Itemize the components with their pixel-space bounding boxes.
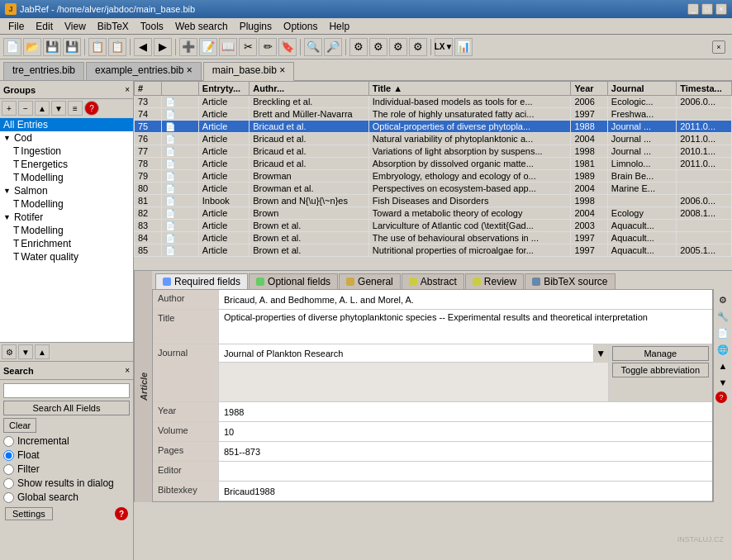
mark-button[interactable]: 🔖 bbox=[278, 38, 297, 56]
paste-button[interactable]: 📋 bbox=[108, 38, 126, 56]
tab-optional-fields[interactable]: Optional fields bbox=[249, 273, 338, 289]
journal-dropdown-button[interactable]: ▼ bbox=[593, 344, 608, 363]
menu-edit[interactable]: Edit bbox=[31, 20, 58, 33]
table-row[interactable]: 75 📄 Article Bricaud et al. Optical-prop… bbox=[135, 121, 732, 133]
group-salmon-modelling[interactable]: T Modelling bbox=[0, 197, 133, 211]
groups-settings-button[interactable]: ⚙ bbox=[2, 344, 17, 359]
group-cod-ingestion[interactable]: T Ingestion bbox=[0, 145, 133, 158]
table-row[interactable]: 76 📄 Article Bricaud et al. Natural vari… bbox=[135, 133, 732, 145]
search-global-radio[interactable] bbox=[3, 492, 14, 503]
table-row[interactable]: 82 📄 Article Brown Toward a metabolic th… bbox=[135, 207, 732, 220]
groups-help-button[interactable]: ? bbox=[84, 101, 99, 116]
delete-button[interactable]: ✂ bbox=[239, 38, 257, 56]
table-row[interactable]: 83 📄 Article Brown et al. Larviculture o… bbox=[135, 220, 732, 232]
menu-bibtex[interactable]: BibTeX bbox=[93, 20, 134, 33]
group-rotifer[interactable]: ▼Rotifer bbox=[0, 211, 133, 224]
menu-file[interactable]: File bbox=[3, 20, 29, 33]
group-rotifer-modelling[interactable]: T Modelling bbox=[0, 224, 133, 237]
tab-example-entries[interactable]: example_entries.bib × bbox=[86, 62, 202, 80]
side-icon-1[interactable]: ⚙ bbox=[715, 292, 730, 307]
search-help-icon[interactable]: ? bbox=[115, 507, 128, 520]
pref1-button[interactable]: ⚙ bbox=[349, 38, 368, 56]
new-button[interactable]: 📄 bbox=[3, 38, 21, 56]
add-book-button[interactable]: 📖 bbox=[219, 38, 237, 56]
table-row[interactable]: 74 📄 Article Brett and Müller-Navarra Th… bbox=[135, 108, 732, 121]
tab-required-fields[interactable]: Required fields bbox=[155, 273, 248, 289]
side-icon-up[interactable]: ▲ bbox=[715, 358, 730, 373]
search-incremental-radio[interactable] bbox=[3, 436, 14, 447]
col-header-year[interactable]: Year bbox=[571, 82, 607, 96]
col-header-num[interactable]: # bbox=[135, 82, 162, 96]
group-cod[interactable]: ▼Cod bbox=[0, 131, 133, 145]
latex-button[interactable]: LX▼ bbox=[435, 38, 453, 56]
groups-expand-button[interactable]: ▲ bbox=[35, 344, 50, 359]
copy-button[interactable]: 📋 bbox=[88, 38, 107, 56]
menu-websearch[interactable]: Web search bbox=[170, 20, 233, 33]
menu-tools[interactable]: Tools bbox=[135, 20, 169, 33]
groups-remove-button[interactable]: − bbox=[18, 101, 33, 116]
latex2-button[interactable]: 📊 bbox=[454, 38, 473, 56]
group-salmon[interactable]: ▼Salmon bbox=[0, 184, 133, 197]
add-entry-button[interactable]: ➕ bbox=[179, 38, 197, 56]
volume-input[interactable] bbox=[224, 427, 707, 437]
menu-options[interactable]: Options bbox=[278, 20, 322, 33]
table-row[interactable]: 78 📄 Article Bricaud et al. Absorption b… bbox=[135, 158, 732, 170]
edit-button[interactable]: ✏ bbox=[259, 38, 277, 56]
editor-input[interactable] bbox=[224, 467, 707, 477]
search-settings-button[interactable]: Settings bbox=[5, 507, 53, 520]
menu-view[interactable]: View bbox=[59, 20, 91, 33]
col-header-title[interactable]: Title ▲ bbox=[368, 82, 571, 96]
table-row[interactable]: 81 📄 Inbook Brown and N{\u}{\~n}es Fish … bbox=[135, 195, 732, 207]
search-all-fields-button[interactable]: Search All Fields bbox=[3, 401, 130, 415]
minimize-button[interactable]: _ bbox=[687, 3, 699, 15]
group-cod-energetics[interactable]: T Energetics bbox=[0, 158, 133, 171]
col-header-type[interactable]: Entryty... bbox=[198, 82, 249, 96]
menu-help[interactable]: Help bbox=[324, 20, 354, 33]
search-close-button[interactable]: × bbox=[125, 366, 130, 375]
table-row[interactable]: 79 📄 Article Browman Embryology, etholog… bbox=[135, 170, 732, 183]
table-row[interactable]: 80 📄 Article Browman et al. Perspectives… bbox=[135, 183, 732, 195]
side-icon-down[interactable]: ▼ bbox=[715, 375, 730, 390]
search-filter-radio[interactable] bbox=[3, 464, 14, 475]
groups-add-button[interactable]: + bbox=[2, 101, 17, 116]
table-row[interactable]: 85 📄 Article Brown et al. Nutritional pr… bbox=[135, 244, 732, 257]
search-showresults-radio[interactable] bbox=[3, 478, 14, 489]
tab-main-base[interactable]: main_base.bib × bbox=[203, 62, 294, 81]
menu-plugins[interactable]: Plugins bbox=[235, 20, 277, 33]
journal-manage-button[interactable]: Manage bbox=[612, 346, 709, 361]
side-icon-help[interactable]: ? bbox=[715, 392, 727, 403]
journal-input[interactable] bbox=[219, 344, 593, 363]
groups-up-button[interactable]: ▲ bbox=[35, 101, 50, 116]
save-button[interactable]: 💾 bbox=[43, 38, 61, 56]
col-header-author[interactable]: Authr... bbox=[250, 82, 369, 96]
title-input[interactable] bbox=[224, 312, 707, 342]
window-controls[interactable]: _ □ × bbox=[687, 3, 727, 15]
tab-bibtex-source[interactable]: BibTeX source bbox=[525, 273, 615, 289]
search-tb-button[interactable]: 🔍 bbox=[304, 38, 322, 56]
group-rotifer-enrichment[interactable]: T Enrichment bbox=[0, 237, 133, 250]
col-header-icon[interactable] bbox=[162, 82, 198, 96]
group-all-entries[interactable]: All Entries bbox=[0, 118, 133, 131]
add-article-button[interactable]: 📝 bbox=[199, 38, 217, 56]
next-button[interactable]: ▶ bbox=[154, 38, 172, 56]
open-button[interactable]: 📂 bbox=[23, 38, 41, 56]
search-input[interactable] bbox=[3, 383, 130, 398]
pref3-button[interactable]: ⚙ bbox=[389, 38, 407, 56]
tab-tre-entries[interactable]: tre_entries.bib bbox=[3, 62, 84, 80]
col-header-journal[interactable]: Journal bbox=[607, 82, 676, 96]
bibtexkey-input[interactable] bbox=[224, 486, 707, 496]
maximize-button[interactable]: □ bbox=[701, 3, 713, 15]
groups-filter-button[interactable]: ▼ bbox=[18, 344, 33, 359]
search-float-radio[interactable] bbox=[3, 450, 14, 461]
table-row[interactable]: 84 📄 Article Brown et al. The use of beh… bbox=[135, 232, 732, 244]
pages-input[interactable] bbox=[224, 447, 707, 457]
groups-close-button[interactable]: × bbox=[125, 85, 130, 94]
search2-button[interactable]: 🔎 bbox=[324, 38, 342, 56]
save-as-button[interactable]: 💾 bbox=[63, 38, 81, 56]
side-icon-2[interactable]: 🔧 bbox=[715, 309, 730, 324]
author-input[interactable] bbox=[224, 295, 707, 305]
groups-sort-button[interactable]: ≡ bbox=[68, 101, 83, 116]
side-icon-pdf[interactable]: 📄 bbox=[715, 325, 730, 340]
tab-review[interactable]: Review bbox=[465, 273, 524, 289]
year-input[interactable] bbox=[224, 407, 707, 417]
